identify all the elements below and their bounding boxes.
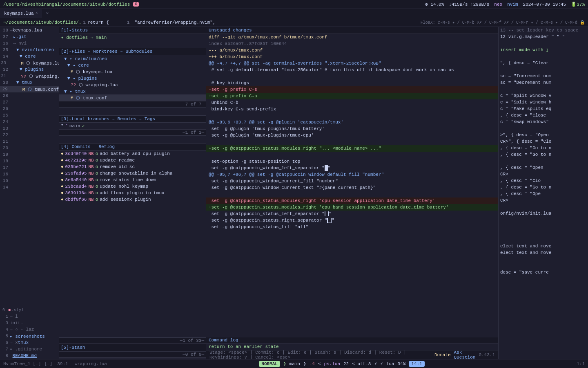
tree-item[interactable]: 34 ▼ core [0,53,59,60]
commits-panel-header: [4]-Commits – Reflog [59,144,206,150]
files-line-selected[interactable]: M ⬡ tmux.conf [59,94,206,101]
files-panel-header: [2]-Files – Worktrees – Submodules [59,48,206,55]
tree-item[interactable]: 33 M ⬡ keymaps.lua [0,60,59,66]
far-right-line: 13 -- set leader key to space [499,27,588,34]
tree-item[interactable]: 6→ x tmux [0,339,59,346]
tree-item: 15 [0,177,59,184]
lang-indicator: lua [386,361,394,366]
far-right-line [499,158,588,164]
far-right-line [499,53,588,60]
fugitive-bottom-bar: Stage: <space> | Commit: c | Edit: e | S… [206,350,498,359]
tree-item[interactable]: 32 ▼ plugins [0,66,59,73]
fugitive-status-panel: [1]-Status ✦ dotfiles → main [59,27,206,48]
tree-item[interactable]: 30 ▼ tmux [0,79,59,86]
files-line[interactable]: ▼ ✦ plugins [59,75,206,81]
nvim-indicator: nvim [507,2,518,7]
fugitive-hint: Stage: <space> | Commit: c | Edit: e | S… [209,350,432,359]
tab-keymaps[interactable]: keymaps.lua × [0,9,42,18]
far-right-line: , { desc = "Go to n [499,151,588,158]
files-line[interactable]: M ⬡ keymaps.lua [59,68,206,75]
cpu-indicator: ⚙ 14.0% [425,2,444,7]
mode-badge: NORMAL [259,361,280,367]
far-right-line: c = "Make splits eq [499,105,588,112]
tree-item: 4→ ○ ◦ laz [0,326,59,333]
command-log-content: return to an earlier state [206,343,498,350]
far-right-line: , { desc = "Ope [499,191,588,197]
tree-item: 27 [0,99,59,105]
tree-item-selected[interactable]: 29 M ⬡ tmux.conf [0,86,59,92]
diff-line [206,191,498,197]
far-right-line: elect text and move [499,243,588,249]
tree-item: 20 [0,145,59,151]
diff-line: diff --git a/tmux/tmux.conf b/tmux/tmux.… [206,34,498,40]
far-right-line [499,256,588,263]
breadcrumb-bar: ~/Documents/GitHub/dotfiles/. 1 return {… [0,18,588,27]
status-panel-header: [1]-Status [59,27,206,34]
files-line[interactable]: ▼ ✦ core [59,62,206,68]
diff-line: @@ -95,7 +96,7 @@ set -g @catppuccin_win… [206,171,498,178]
tree-item[interactable]: 36 → nvi [0,40,59,47]
diff-line: @@ -4,7 +4,7 @@ set -ag terminal-overrid… [206,60,498,67]
far-right-line: >", { desc = "Open [499,132,588,138]
tree-item[interactable]: 35 ▼ nvim/lua/neo [0,47,59,53]
ask-question-link[interactable]: Ask Question [454,350,476,359]
far-right-line: c = "swap windows" [499,119,588,125]
diff-line: set -g @plugin 'tmux-plugins/tmux-batter… [206,126,498,132]
tree-item[interactable]: 38 → keymaps.lua [0,27,59,34]
far-right-line: elect text and move [499,249,588,256]
commits-scrollbar: ─1 of 33─ [59,337,206,344]
battery-indicator: 🔋37% [571,2,585,7]
tree-item[interactable]: 31 ?? ⬡ wrapping.lua [0,73,59,79]
far-right-line: 12 vim.g.mapleader = " " [499,34,588,40]
commit-line[interactable]: ● 23bca8d4 NB o update nohl keymap [59,183,206,190]
far-right-line [499,223,588,230]
diff-line: # set -g default-terminal "tmux-256color… [206,67,498,73]
tree-item[interactable]: 8— README.md [0,352,59,359]
fugitive-stash-panel: [5]-Stash ─0 of 0─ [59,344,206,359]
far-right-line: , { desc = "Open [499,164,588,171]
branch-line[interactable]: * ᴾ main ✓ [59,123,206,129]
tree-item: 18 [0,158,59,164]
commit-line[interactable]: ● 236fad95 NB o change showtabline in al… [59,170,206,177]
files-line[interactable]: ▼ ✦ tmux [59,88,206,94]
far-right-line: desc = "save curre [499,269,588,276]
fugitive-commits-panel: [4]-Commits – Reflog ● 8dd40f40 NB o add… [59,144,206,344]
icon2: ⚡ [380,361,383,366]
diff-line [206,139,498,145]
diff-header: Unstaged changes [206,27,498,34]
far-right-line [499,263,588,269]
commit-line[interactable]: ● 8e6a5440 NB o move status line down [59,177,206,183]
nvim-tree-label: NvimTree_1 [-] [3,361,41,366]
tree-item: 17 [0,164,59,171]
commit-line[interactable]: ● 3639136a NB o add floax plugin to tmux [59,190,206,196]
far-right-line [499,40,588,47]
tab-inactive[interactable]: × [42,9,53,18]
commit-line[interactable]: ● dbdf9f66 NB o add sessionx plugin [59,196,206,203]
diff-line: index ab26a97..87fd85f 100644 [206,40,498,47]
commit-line[interactable]: ● 4e72129e NB o update readme [59,157,206,164]
breadcrumb-path: ~/Documents/GitHub/dotfiles/. [3,20,81,25]
files-line[interactable]: ?? ⬡ wrapping.lua [59,81,206,88]
tree-item[interactable]: 37 ▸ .git [0,34,59,40]
diff-line: @@ -83,6 +83,7 @@ set -g @plugin 'catppu… [206,119,498,126]
commit-line[interactable]: ● 035be721 NB o remove old sc [59,164,206,170]
commit-line[interactable]: ● 8dd40f40 NB o add battery and cpu plug… [59,150,206,157]
diff-line [206,152,498,158]
diff-line: set -g @catppuccin_window_current_text "… [206,184,498,191]
tab-close-button[interactable]: × [36,11,38,16]
tree-item: 19 [0,151,59,158]
diff-line: -set -g @catppuccin_status_modules_right… [206,197,498,204]
window-badge: 0 [133,2,139,7]
diff-line: set -g @plugin 'tmux-plugins/tmux-cpu' [206,132,498,139]
status-line: ✦ dotfiles → main [59,34,206,40]
files-line[interactable]: ▼ ✦ nvim/lua/neo [59,55,206,62]
donate-link[interactable]: Donate [434,352,451,357]
neo-indicator: neo [494,2,502,7]
tree-item: 22 [0,132,59,138]
encoding-indicator: < utf-8 [352,361,371,366]
tree-item[interactable]: 5▸ screenshots [0,333,59,339]
tree-item[interactable]: 7= .gitignore [0,346,59,352]
nvim-tree-panel: 38 → keymaps.lua 37 ▸ .git 36 → nvi 35 ▼… [0,27,59,359]
command-log-header: Command log [206,337,498,343]
far-right-line [499,86,588,92]
